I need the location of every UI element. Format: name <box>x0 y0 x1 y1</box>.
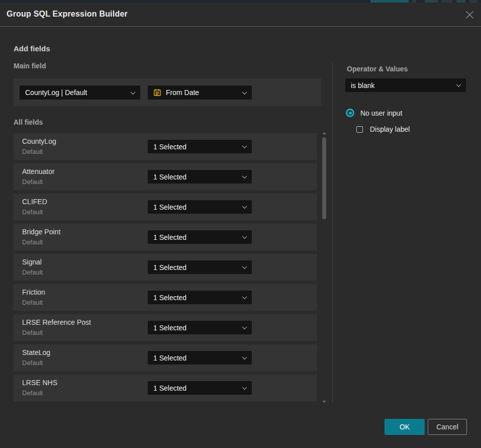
checkbox-unchecked-icon <box>356 126 363 133</box>
field-subtitle: Default <box>22 359 43 367</box>
field-selected-dropdown-label: 1 Selected <box>153 294 186 302</box>
field-name: LRSE NHS <box>22 379 57 387</box>
chevron-down-icon <box>242 294 247 299</box>
field-row: StateLog Default 1 Selected <box>14 344 317 371</box>
calendar-icon <box>153 88 161 97</box>
display-label-label: Display label <box>370 125 410 133</box>
no-user-input-radio-option[interactable]: No user input <box>346 109 402 117</box>
field-subtitle: Default <box>22 299 43 306</box>
field-name: Signal <box>22 258 42 266</box>
main-field-field-value: From Date <box>166 88 199 97</box>
field-row: CLIFED Default 1 Selected <box>14 194 317 220</box>
fields-list-scrollbar[interactable] <box>321 132 328 403</box>
radio-selected-icon <box>346 109 354 117</box>
field-subtitle: Default <box>22 389 43 397</box>
field-selected-dropdown[interactable]: 1 Selected <box>148 260 252 274</box>
chevron-down-icon <box>242 354 247 360</box>
field-row: LRSE NHS Default 1 Selected <box>14 375 317 401</box>
field-selected-dropdown-label: 1 Selected <box>153 354 186 362</box>
field-name: CLIFED <box>22 198 47 206</box>
chevron-down-icon <box>242 324 247 329</box>
field-row: CountyLog Default 1 Selected <box>14 133 317 160</box>
field-selected-dropdown[interactable]: 1 Selected <box>148 351 252 365</box>
scrollbar-down-arrow-icon[interactable] <box>322 401 326 403</box>
field-name: CountyLog <box>22 137 56 145</box>
field-row: Friction Default 1 Selected <box>14 284 317 311</box>
main-field-label: Main field <box>14 62 46 70</box>
field-selected-dropdown-label: 1 Selected <box>153 324 186 332</box>
field-selected-dropdown-label: 1 Selected <box>153 263 186 272</box>
all-fields-label: All fields <box>14 118 43 126</box>
chevron-down-icon <box>242 234 247 239</box>
field-selected-dropdown-label: 1 Selected <box>153 384 186 392</box>
field-selected-dropdown-label: 1 Selected <box>153 143 186 151</box>
field-selected-dropdown[interactable]: 1 Selected <box>148 291 252 304</box>
main-field-panel: CountyLog | Default From Date <box>14 78 321 106</box>
field-row: LRSE Reference Post Default 1 Selected <box>14 314 317 341</box>
field-selected-dropdown[interactable]: 1 Selected <box>148 381 252 395</box>
scrollbar-up-arrow-icon[interactable] <box>322 132 326 134</box>
chevron-down-icon <box>456 82 461 87</box>
close-button[interactable] <box>464 9 475 20</box>
chevron-down-icon <box>131 89 136 95</box>
field-subtitle: Default <box>22 329 43 336</box>
display-label-checkbox-option[interactable]: Display label <box>356 125 410 133</box>
field-name: Friction <box>22 288 45 296</box>
field-subtitle: Default <box>22 208 43 216</box>
operator-values-label: Operator & Values <box>347 65 408 73</box>
chevron-down-icon <box>242 89 247 95</box>
dialog-title: Group SQL Expression Builder <box>7 10 128 19</box>
main-field-source-value: CountyLog | Default <box>25 88 87 97</box>
field-selected-dropdown-label: 1 Selected <box>153 173 186 181</box>
chevron-down-icon <box>242 264 247 269</box>
field-name: Bridge Point <box>22 228 60 236</box>
all-fields-list: CountyLog Default 1 Selected Attenuator … <box>14 133 317 401</box>
field-name: Attenuator <box>22 167 55 175</box>
field-subtitle: Default <box>22 148 43 155</box>
ok-button[interactable]: OK <box>384 419 425 435</box>
operator-dropdown-value: is blank <box>351 81 374 89</box>
dialog-titlebar: Group SQL Expression Builder <box>0 3 481 27</box>
field-selected-dropdown-label: 1 Selected <box>153 203 186 211</box>
add-fields-heading: Add fields <box>14 44 50 53</box>
main-field-field-dropdown[interactable]: From Date <box>148 85 252 100</box>
field-selected-dropdown[interactable]: 1 Selected <box>148 200 252 214</box>
field-name: LRSE Reference Post <box>22 318 91 326</box>
chevron-down-icon <box>242 204 247 209</box>
field-selected-dropdown[interactable]: 1 Selected <box>148 140 252 153</box>
operator-dropdown[interactable]: is blank <box>345 78 466 92</box>
field-subtitle: Default <box>22 238 43 246</box>
close-icon <box>465 11 474 19</box>
field-row: Bridge Point Default 1 Selected <box>14 224 317 250</box>
field-row: Signal Default 1 Selected <box>14 254 317 281</box>
chevron-down-icon <box>242 173 247 178</box>
main-field-source-dropdown[interactable]: CountyLog | Default <box>20 85 140 100</box>
scrollbar-thumb[interactable] <box>322 137 326 219</box>
field-name: StateLog <box>22 348 50 356</box>
no-user-input-label: No user input <box>360 109 402 117</box>
group-sql-expression-builder-dialog: Group SQL Expression Builder Add fields … <box>0 3 481 448</box>
cancel-button[interactable]: Cancel <box>428 419 467 435</box>
chevron-down-icon <box>242 143 247 148</box>
field-selected-dropdown[interactable]: 1 Selected <box>148 321 252 334</box>
field-row: Attenuator Default 1 Selected <box>14 163 317 190</box>
chevron-down-icon <box>242 385 247 390</box>
panel-divider <box>332 63 333 403</box>
field-selected-dropdown[interactable]: 1 Selected <box>148 230 252 244</box>
field-selected-dropdown-label: 1 Selected <box>153 233 186 241</box>
field-selected-dropdown[interactable]: 1 Selected <box>148 170 252 184</box>
field-subtitle: Default <box>22 178 43 186</box>
field-subtitle: Default <box>22 268 43 276</box>
